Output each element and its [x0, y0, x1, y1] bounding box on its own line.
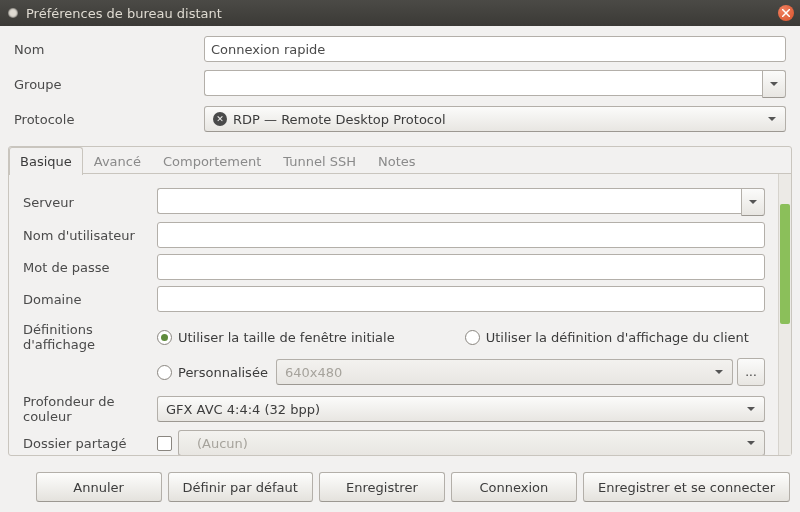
- server-label: Serveur: [23, 195, 157, 210]
- vertical-scrollbar[interactable]: [778, 174, 791, 455]
- scrollbar-thumb[interactable]: [780, 204, 790, 324]
- save-button[interactable]: Enregistrer: [319, 472, 445, 502]
- button-bar: Annuler Définir par défaut Enregistrer C…: [0, 464, 800, 512]
- chevron-down-icon: [747, 439, 755, 447]
- shared-checkbox[interactable]: [157, 436, 172, 451]
- close-icon: [782, 9, 790, 17]
- depth-label: Profondeur de couleur: [23, 394, 157, 424]
- header-form: Nom Groupe Protocole ✕ RDP — Remote Desk…: [0, 26, 800, 146]
- tab-basic[interactable]: Basique: [9, 147, 83, 175]
- notebook: Basique Avancé Comportement Tunnel SSH N…: [8, 146, 792, 456]
- tab-notes[interactable]: Notes: [367, 147, 427, 175]
- close-button[interactable]: [778, 5, 794, 21]
- chevron-down-icon: [715, 368, 723, 376]
- name-label: Nom: [14, 42, 204, 57]
- window-title: Préférences de bureau distant: [26, 6, 222, 21]
- shared-combo[interactable]: (Aucun): [178, 430, 765, 455]
- resolution-radio-client-label: Utiliser la définition d'affichage du cl…: [486, 330, 749, 345]
- server-input[interactable]: [157, 188, 741, 214]
- chevron-down-icon: [749, 198, 757, 206]
- tab-strip: Basique Avancé Comportement Tunnel SSH N…: [9, 146, 791, 174]
- domain-input[interactable]: [157, 286, 765, 312]
- basic-panel: Serveur Nom d'utilisateur Mot d: [9, 174, 791, 455]
- resolution-radio-initial[interactable]: [157, 330, 172, 345]
- tab-advanced[interactable]: Avancé: [83, 147, 152, 175]
- resolution-radio-custom-label: Personnalisée: [178, 365, 268, 380]
- shared-value: (Aucun): [187, 436, 742, 451]
- resolution-radio-client[interactable]: [465, 330, 480, 345]
- group-dropdown-button[interactable]: [762, 70, 786, 98]
- domain-label: Domaine: [23, 292, 157, 307]
- set-default-button[interactable]: Définir par défaut: [168, 472, 313, 502]
- resolution-radio-custom[interactable]: [157, 365, 172, 380]
- save-connect-button[interactable]: Enregistrer et se connecter: [583, 472, 790, 502]
- titlebar: Préférences de bureau distant: [0, 0, 800, 26]
- group-input[interactable]: [204, 70, 762, 96]
- server-dropdown-button[interactable]: [741, 188, 765, 216]
- protocol-value: RDP — Remote Desktop Protocol: [233, 112, 763, 127]
- tab-behavior[interactable]: Comportement: [152, 147, 272, 175]
- resolution-label: Définitions d'affichage: [23, 322, 157, 352]
- depth-value: GFX AVC 4:4:4 (32 bpp): [166, 402, 742, 417]
- resolution-more-button[interactable]: ...: [737, 358, 765, 386]
- tab-ssh[interactable]: Tunnel SSH: [272, 147, 367, 175]
- protocol-label: Protocole: [14, 112, 204, 127]
- window-menu-icon[interactable]: [8, 8, 18, 18]
- shared-label: Dossier partagé: [23, 436, 157, 451]
- protocol-combo[interactable]: ✕ RDP — Remote Desktop Protocol: [204, 106, 786, 132]
- chevron-down-icon: [768, 115, 776, 123]
- username-label: Nom d'utilisateur: [23, 228, 157, 243]
- name-input[interactable]: [204, 36, 786, 62]
- chevron-down-icon: [770, 80, 778, 88]
- connect-button[interactable]: Connexion: [451, 472, 577, 502]
- resolution-radio-initial-label: Utiliser la taille de fenêtre initiale: [178, 330, 395, 345]
- password-input[interactable]: [157, 254, 765, 280]
- cancel-button[interactable]: Annuler: [36, 472, 162, 502]
- resolution-custom-combo[interactable]: 640x480: [276, 359, 733, 385]
- password-label: Mot de passe: [23, 260, 157, 275]
- protocol-icon: ✕: [213, 112, 227, 126]
- resolution-custom-value: 640x480: [285, 365, 710, 380]
- chevron-down-icon: [747, 405, 755, 413]
- username-input[interactable]: [157, 222, 765, 248]
- group-label: Groupe: [14, 77, 204, 92]
- depth-combo[interactable]: GFX AVC 4:4:4 (32 bpp): [157, 396, 765, 422]
